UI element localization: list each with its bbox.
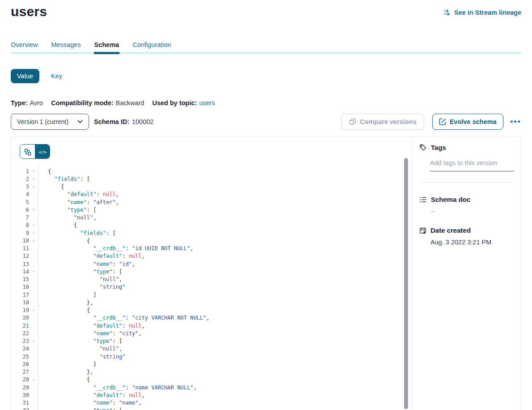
sidebar-divider xyxy=(419,182,514,183)
line-number: 22 xyxy=(16,330,29,337)
editor-view-toggle: </​> xyxy=(20,144,50,159)
fold-toggle-icon[interactable]: ▾ xyxy=(29,239,38,243)
version-select[interactable]: Version 1 (current) xyxy=(11,114,89,130)
line-number: 19 xyxy=(16,307,29,313)
code-line-text: ] xyxy=(38,361,96,367)
code-line-text: { xyxy=(38,307,90,313)
more-options-button[interactable]: ••• xyxy=(511,118,521,125)
page-title: users xyxy=(11,4,47,20)
compatibility-mode-value: Backward xyxy=(116,99,145,107)
compare-versions-label: Compare versions xyxy=(360,118,417,125)
code-line: 26 ] xyxy=(16,360,412,368)
tab-schema[interactable]: Schema xyxy=(94,41,119,49)
add-tags-input[interactable] xyxy=(430,158,514,171)
fold-toggle-icon[interactable]: ▾ xyxy=(29,308,38,312)
line-number: 9 xyxy=(16,230,29,236)
code-view-button[interactable]: </​> xyxy=(35,145,50,159)
used-by-topic: Used by topic: users xyxy=(152,99,215,107)
line-number: 1 xyxy=(16,168,29,175)
line-number: 16 xyxy=(16,284,29,290)
calendar-plus-icon xyxy=(419,227,426,234)
code-line-text: "null", xyxy=(38,276,122,282)
schema-sidebar: Tags Schema doc -- xyxy=(412,137,521,410)
topic-link[interactable]: users xyxy=(199,99,215,107)
schema-id-label: Schema ID: xyxy=(94,118,129,125)
code-line-text: "fields": [ xyxy=(38,176,90,182)
tree-view-icon xyxy=(24,149,31,156)
code-line: 20 "__crdb__": "city VARCHAR NOT NULL", xyxy=(16,314,412,322)
code-line: 3▾ { xyxy=(16,183,412,191)
code-line-text: "type": [ xyxy=(38,407,122,410)
code-line: 8▾ { xyxy=(16,222,412,229)
page-header: users See in Stream lineage xyxy=(11,0,521,20)
code-line-text: "null", xyxy=(38,346,122,352)
tags-heading-label: Tags xyxy=(431,144,446,151)
fold-toggle-icon[interactable]: ▾ xyxy=(29,223,38,227)
code-line: 30 "default": null, xyxy=(16,391,412,399)
code-line: 13 "name": "id", xyxy=(16,260,412,268)
code-line: 22 "name": "city", xyxy=(16,329,412,337)
schema-doc-section-heading: Schema doc xyxy=(419,196,514,203)
fold-toggle-icon[interactable]: ▾ xyxy=(29,169,38,173)
code-line-text: "__crdb__": "name VARCHAR NULL", xyxy=(38,384,196,391)
fold-toggle-icon[interactable]: ▾ xyxy=(29,269,38,273)
line-number: 24 xyxy=(16,346,29,352)
code-line-text: "__crdb__": "id UUID NOT NULL", xyxy=(38,245,193,252)
schema-card: </​> 1▾{2▾ "fields": [3▾ {4 "default": n… xyxy=(11,136,521,410)
line-number: 20 xyxy=(16,315,29,321)
tab-messages[interactable]: Messages xyxy=(51,41,81,49)
code-line-text: "type": [ xyxy=(38,269,122,275)
schema-editor: </​> 1▾{2▾ "fields": [3▾ {4 "default": n… xyxy=(11,137,412,410)
key-tab-button[interactable]: Key xyxy=(51,69,62,83)
stream-lineage-link[interactable]: See in Stream lineage xyxy=(443,9,521,16)
line-number: 3 xyxy=(16,184,29,190)
code-line-text: "__crdb__": "city VARCHAR NOT NULL", xyxy=(38,315,209,321)
compatibility-mode: Compatibility mode: Backward xyxy=(51,99,144,107)
fold-toggle-icon[interactable]: ▾ xyxy=(29,231,38,235)
evolve-schema-label: Evolve schema xyxy=(450,118,497,125)
fold-toggle-icon[interactable]: ▾ xyxy=(29,208,38,212)
date-created-heading-label: Date created xyxy=(430,226,471,234)
version-toolbar: Version 1 (current) Schema ID: 100002 Co… xyxy=(11,114,521,130)
fold-toggle-icon[interactable]: ▾ xyxy=(29,378,38,382)
fold-toggle-icon[interactable]: ▾ xyxy=(29,339,38,343)
code-line: 1▾{ xyxy=(16,167,412,175)
editor-scrollbar[interactable] xyxy=(404,158,408,409)
code-line-text: "default": null, xyxy=(38,191,119,197)
code-line: 32▾ "type": [ xyxy=(16,407,412,410)
chevron-down-icon xyxy=(77,120,83,124)
code-line: 27 }, xyxy=(16,368,412,376)
schema-doc-heading-label: Schema doc xyxy=(431,196,470,203)
code-line: 12 "default": null, xyxy=(16,252,412,260)
tab-configuration[interactable]: Configuration xyxy=(132,41,171,49)
line-number: 32 xyxy=(16,407,29,410)
code-line: 6▾ "type": [ xyxy=(16,206,412,214)
line-number: 7 xyxy=(16,214,29,221)
fold-toggle-icon[interactable]: ▾ xyxy=(29,177,38,181)
code-line-text: { xyxy=(38,238,90,244)
code-line-text: "name": "after", xyxy=(38,199,119,205)
code-line-text: { xyxy=(38,222,77,228)
code-line-text: "name": "id", xyxy=(38,261,135,267)
compare-versions-icon xyxy=(349,118,356,125)
fold-toggle-icon[interactable]: ▾ xyxy=(29,185,38,189)
evolve-schema-button[interactable]: Evolve schema xyxy=(432,114,503,130)
code-line-text: }, xyxy=(38,369,93,375)
line-number: 17 xyxy=(16,292,29,298)
code-line-text: "type": [ xyxy=(38,207,96,213)
tags-section-heading: Tags xyxy=(419,144,514,151)
line-number: 29 xyxy=(16,384,29,391)
line-number: 6 xyxy=(16,207,29,213)
value-key-toggle: Value Key xyxy=(11,69,521,83)
tab-overview[interactable]: Overview xyxy=(11,41,38,49)
compare-versions-button[interactable]: Compare versions xyxy=(341,114,424,130)
schema-type-value: Avro xyxy=(30,99,43,107)
line-number: 13 xyxy=(16,261,29,267)
tree-view-button[interactable] xyxy=(20,145,35,159)
value-tab-button[interactable]: Value xyxy=(11,69,39,83)
code-line-text: "null", xyxy=(38,214,96,221)
gutter-divider xyxy=(38,164,38,410)
stream-lineage-icon xyxy=(443,9,451,16)
code-line: 16 "string" xyxy=(16,283,412,291)
list-icon xyxy=(419,196,427,203)
